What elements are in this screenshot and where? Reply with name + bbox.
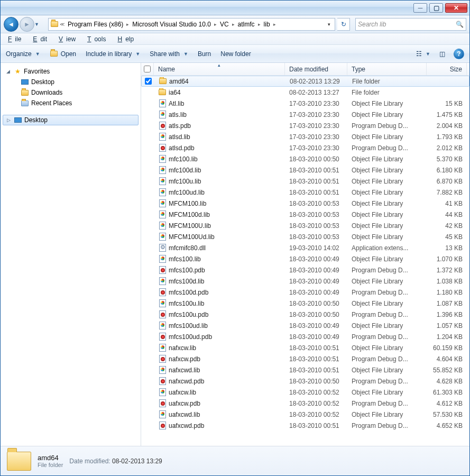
file-row[interactable]: mfc100ud.lib18-03-2010 00:51Object File … — [141, 187, 469, 198]
row-name[interactable]: mfc100d.lib — [154, 166, 285, 175]
file-row[interactable]: mfc100u.lib18-03-2010 00:51Object File L… — [141, 176, 469, 187]
view-options-button[interactable]: ☷▼ — [416, 50, 430, 58]
file-row[interactable]: atlsd.lib17-03-2010 23:30Object File Lib… — [141, 131, 469, 142]
breadcrumb-segment[interactable]: Program Files (x86) — [65, 21, 126, 28]
column-name[interactable]: ▴ Name — [154, 63, 285, 75]
file-row[interactable]: nafxcwd.lib18-03-2010 00:51Object File L… — [141, 364, 469, 376]
new-folder-button[interactable]: New folder — [220, 50, 251, 58]
tree-favorites[interactable]: ◢ ★ Favorites — [1, 66, 141, 77]
file-row[interactable]: uafxcw.lib18-03-2010 00:52Object File Li… — [141, 387, 469, 398]
expand-icon[interactable]: ▷ — [5, 117, 12, 123]
chevron-right-icon[interactable]: ≪ — [59, 22, 65, 27]
row-name[interactable]: MFCM100.lib — [154, 199, 285, 208]
row-checkbox-cell[interactable] — [142, 78, 154, 85]
collapse-icon[interactable]: ◢ — [5, 69, 11, 74]
breadcrumb[interactable]: ≪ Program Files (x86)▸Microsoft Visual S… — [48, 18, 335, 31]
file-row[interactable]: uafxcwd.lib18-03-2010 00:52Object File L… — [141, 409, 469, 420]
breadcrumb-segment[interactable]: atlmfc — [235, 21, 257, 28]
row-name[interactable]: mfcs100d.lib — [154, 277, 285, 286]
row-checkbox[interactable] — [145, 78, 152, 85]
forward-button[interactable]: ► — [20, 17, 34, 32]
row-name[interactable]: nafxcw.lib — [154, 344, 285, 352]
file-row[interactable]: MFCM100Ud.lib18-03-2010 00:53Object File… — [141, 231, 469, 242]
row-name[interactable]: uafxcwd.lib — [154, 410, 285, 419]
row-name[interactable]: atlsd.lib — [154, 133, 285, 141]
row-name[interactable]: amd64 — [154, 77, 285, 86]
menu-file[interactable]: File — [5, 34, 27, 44]
row-name[interactable]: mfc100.lib — [154, 155, 285, 163]
file-row[interactable]: uafxcw.pdb18-03-2010 00:52Program Debug … — [141, 398, 469, 409]
row-name[interactable]: uafxcw.lib — [154, 388, 285, 397]
row-name[interactable]: uafxcw.pdb — [154, 399, 285, 408]
chevron-right-icon[interactable]: ▸ — [214, 22, 217, 27]
row-name[interactable]: atls.pdb — [154, 122, 285, 130]
file-row[interactable]: uafxcwd.pdb18-03-2010 00:51Program Debug… — [141, 420, 469, 431]
file-row[interactable]: MFCM100.lib18-03-2010 00:53Object File L… — [141, 198, 469, 209]
row-name[interactable]: uafxcwd.pdb — [154, 422, 285, 430]
file-row[interactable]: nafxcw.pdb18-03-2010 00:51Program Debug … — [141, 353, 469, 364]
row-name[interactable]: nafxcwd.lib — [154, 366, 285, 374]
file-row[interactable]: mfc100d.lib18-03-2010 00:51Object File L… — [141, 164, 469, 176]
breadcrumb-segment[interactable]: VC — [217, 21, 232, 28]
chevron-right-icon[interactable]: ▸ — [273, 22, 277, 27]
chevron-right-icon[interactable]: ▸ — [232, 22, 235, 27]
open-button[interactable]: Open — [50, 50, 76, 58]
file-row[interactable]: atls.lib17-03-2010 23:30Object File Libr… — [141, 109, 469, 120]
row-name[interactable]: nafxcw.pdb — [154, 355, 285, 363]
file-row[interactable]: mfcs100ud.lib18-03-2010 00:49Object File… — [141, 320, 469, 331]
row-name[interactable]: atlsd.pdb — [154, 144, 285, 152]
chevron-right-icon[interactable]: ▸ — [126, 22, 130, 27]
menu-tools[interactable]: Tools — [84, 34, 112, 44]
file-row[interactable]: nafxcw.lib18-03-2010 00:51Object File Li… — [141, 342, 469, 353]
file-row[interactable]: ia6408-02-2013 13:27File folder — [141, 87, 469, 98]
row-name[interactable]: Atl.lib — [154, 99, 285, 108]
row-name[interactable]: mfcs100u.lib — [154, 299, 285, 308]
breadcrumb-segment[interactable]: lib — [261, 21, 273, 28]
navigation-pane[interactable]: ◢ ★ Favorites Desktop Downloads Recent P… — [1, 63, 141, 446]
tree-recent-places[interactable]: Recent Places — [1, 98, 141, 108]
breadcrumb-segment[interactable]: Microsoft Visual Studio 10.0 — [130, 21, 214, 28]
select-all-checkbox[interactable] — [144, 66, 151, 72]
file-row[interactable]: mfcs100d.pdb18-03-2010 00:49Program Debu… — [141, 287, 469, 298]
row-name[interactable]: MFCM100d.lib — [154, 210, 285, 219]
file-row[interactable]: Atl.lib17-03-2010 23:30Object File Libra… — [141, 98, 469, 109]
menu-view[interactable]: View — [56, 34, 82, 44]
row-name[interactable]: mfc100u.lib — [154, 177, 285, 186]
row-name[interactable]: mfcs100ud.pdb — [154, 333, 285, 341]
row-name[interactable]: mfcs100.pdb — [154, 266, 285, 274]
row-name[interactable]: mfcs100u.pdb — [154, 310, 285, 319]
minimize-button[interactable]: ─ — [413, 3, 427, 13]
row-name[interactable]: mfcs100.lib — [154, 255, 285, 263]
address-dropdown-icon[interactable]: ▾ — [324, 22, 334, 27]
organize-button[interactable]: Organize▼ — [6, 50, 40, 58]
tree-desktop[interactable]: Desktop — [1, 77, 141, 87]
file-row[interactable]: mfcmifc80.dll19-03-2010 14:02Application… — [141, 242, 469, 253]
maximize-button[interactable]: ▢ — [429, 3, 443, 13]
column-checkbox[interactable] — [141, 63, 154, 75]
column-type[interactable]: Type — [347, 63, 427, 75]
file-row[interactable]: amd6408-02-2013 13:29File folder — [141, 76, 469, 87]
search-icon[interactable]: 🔍 — [456, 21, 464, 28]
file-row[interactable]: nafxcwd.pdb18-03-2010 00:50Program Debug… — [141, 376, 469, 387]
file-row[interactable]: atlsd.pdb17-03-2010 23:30Program Debug D… — [141, 142, 469, 153]
file-row[interactable]: mfcs100ud.pdb18-03-2010 00:49Program Deb… — [141, 331, 469, 342]
row-name[interactable]: mfc100ud.lib — [154, 188, 285, 197]
column-size[interactable]: Size — [427, 63, 467, 75]
file-row[interactable]: MFCM100U.lib18-03-2010 00:53Object File … — [141, 220, 469, 231]
menu-edit[interactable]: Edit — [30, 34, 53, 44]
row-name[interactable]: mfcs100ud.lib — [154, 322, 285, 330]
history-dropdown-icon[interactable]: ▼ — [34, 22, 39, 27]
row-name[interactable]: atls.lib — [154, 111, 285, 119]
row-name[interactable]: ia64 — [154, 88, 285, 97]
tree-desktop-root[interactable]: ▷ Desktop — [3, 115, 139, 125]
row-name[interactable]: mfcmifc80.dll — [154, 244, 285, 252]
file-row[interactable]: atls.pdb17-03-2010 23:30Program Debug D.… — [141, 120, 469, 131]
file-row[interactable]: mfcs100.pdb18-03-2010 00:49Program Debug… — [141, 264, 469, 276]
file-rows[interactable]: amd6408-02-2013 13:29File folderia6408-0… — [141, 76, 469, 446]
search-input[interactable]: Search lib 🔍 — [355, 18, 466, 31]
close-button[interactable]: ✕ — [445, 3, 467, 13]
file-row[interactable]: mfcs100.lib18-03-2010 00:49Object File L… — [141, 253, 469, 264]
include-library-button[interactable]: Include in library▼ — [86, 50, 140, 58]
chevron-right-icon[interactable]: ▸ — [257, 22, 261, 27]
file-row[interactable]: mfc100.lib18-03-2010 00:50Object File Li… — [141, 153, 469, 164]
